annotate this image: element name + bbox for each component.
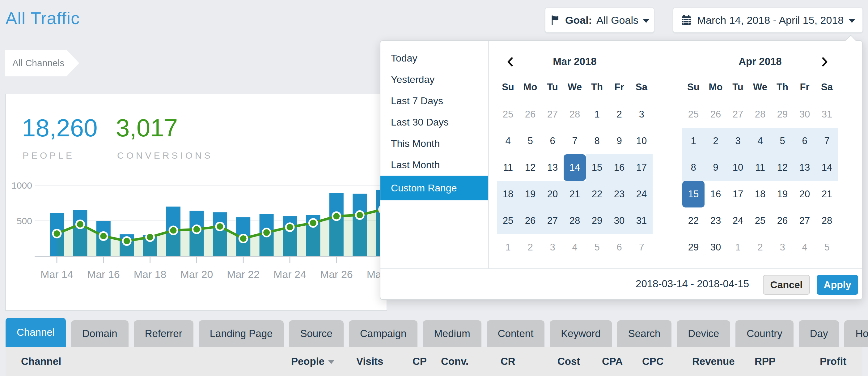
day-cell[interactable]: 25 <box>749 207 771 234</box>
day-cell[interactable]: 22 <box>586 181 608 207</box>
line-point-mar-21[interactable] <box>216 222 224 230</box>
column-header-cpa[interactable]: CPA <box>602 347 623 376</box>
day-cell[interactable]: 18 <box>497 181 519 207</box>
day-cell[interactable]: 4 <box>794 234 816 261</box>
day-cell[interactable]: 29 <box>682 234 705 261</box>
line-point-mar-24[interactable] <box>286 223 294 231</box>
day-cell[interactable]: 7 <box>816 128 838 154</box>
day-cell[interactable]: 19 <box>771 181 794 207</box>
preset-last-7-days[interactable]: Last 7 Days <box>380 90 488 112</box>
column-header-cr[interactable]: CR <box>501 347 516 376</box>
column-header-cost[interactable]: Cost <box>557 347 580 376</box>
tab-referrer[interactable]: Referrer <box>134 320 193 347</box>
line-point-mar-16[interactable] <box>99 232 107 240</box>
preset-today[interactable]: Today <box>380 48 488 69</box>
day-cell[interactable]: 4 <box>564 234 586 261</box>
line-point-mar-20[interactable] <box>192 225 200 233</box>
day-cell[interactable]: 6 <box>608 234 630 261</box>
column-header-visits[interactable]: Visits <box>356 347 383 376</box>
tab-country[interactable]: Country <box>736 320 794 347</box>
day-cell[interactable]: 28 <box>816 207 838 234</box>
day-cell[interactable]: 21 <box>816 181 838 207</box>
day-cell[interactable]: 24 <box>727 207 749 234</box>
day-cell[interactable]: 28 <box>749 101 771 128</box>
line-point-mar-27[interactable] <box>356 211 364 219</box>
day-cell[interactable]: 29 <box>771 101 794 128</box>
day-cell[interactable]: 24 <box>630 181 653 207</box>
day-cell[interactable]: 3 <box>771 234 794 261</box>
line-point-mar-15[interactable] <box>76 221 84 229</box>
day-cell[interactable]: 15 <box>586 154 608 181</box>
day-cell[interactable]: 9 <box>608 128 630 154</box>
preset-custom-range[interactable]: Custom Range <box>380 176 488 200</box>
tab-search[interactable]: Search <box>617 320 672 347</box>
day-cell[interactable]: 20 <box>541 181 564 207</box>
column-header-cpc[interactable]: CPC <box>642 347 664 376</box>
day-cell[interactable]: 23 <box>608 181 630 207</box>
day-cell[interactable]: 17 <box>630 154 653 181</box>
day-cell[interactable]: 30 <box>705 234 727 261</box>
line-point-mar-18[interactable] <box>146 233 154 241</box>
day-cell[interactable]: 17 <box>727 181 749 207</box>
day-cell[interactable]: 7 <box>564 128 586 154</box>
day-cell[interactable]: 1 <box>727 234 749 261</box>
tab-campaign[interactable]: Campaign <box>349 320 417 347</box>
day-cell[interactable]: 12 <box>519 154 541 181</box>
day-cell-selected[interactable]: 15 <box>682 181 705 207</box>
preset-this-month[interactable]: This Month <box>380 133 488 154</box>
tab-medium[interactable]: Medium <box>423 320 481 347</box>
day-cell[interactable]: 26 <box>519 207 541 234</box>
day-cell[interactable]: 8 <box>682 154 705 181</box>
day-cell[interactable]: 28 <box>564 101 586 128</box>
day-cell[interactable]: 8 <box>586 128 608 154</box>
day-cell[interactable]: 14 <box>816 154 838 181</box>
cancel-button[interactable]: Cancel <box>763 275 810 295</box>
column-header-conv-[interactable]: Conv. <box>441 347 468 376</box>
day-cell[interactable]: 2 <box>705 128 727 154</box>
day-cell[interactable]: 5 <box>586 234 608 261</box>
date-range-button[interactable]: March 14, 2018 - April 15, 2018 <box>673 7 863 33</box>
tab-day[interactable]: Day <box>799 320 839 347</box>
preset-last-month[interactable]: Last Month <box>380 154 488 176</box>
day-cell[interactable]: 13 <box>794 154 816 181</box>
day-cell[interactable]: 3 <box>630 101 653 128</box>
day-cell[interactable]: 4 <box>497 128 519 154</box>
apply-button[interactable]: Apply <box>817 275 858 295</box>
day-cell[interactable]: 20 <box>794 181 816 207</box>
day-cell[interactable]: 23 <box>705 207 727 234</box>
tab-device[interactable]: Device <box>677 320 730 347</box>
column-header-rpp[interactable]: RPP <box>754 347 776 376</box>
line-point-mar-23[interactable] <box>262 229 271 236</box>
day-cell[interactable]: 21 <box>564 181 586 207</box>
day-cell[interactable]: 27 <box>794 207 816 234</box>
line-point-mar-14[interactable] <box>53 229 61 237</box>
column-header-revenue[interactable]: Revenue <box>692 347 735 376</box>
line-point-mar-22[interactable] <box>239 235 247 243</box>
day-cell[interactable]: 4 <box>749 128 771 154</box>
goal-dropdown-button[interactable]: Goal: All Goals <box>545 7 654 33</box>
day-cell[interactable]: 11 <box>749 154 771 181</box>
day-cell[interactable]: 27 <box>541 207 564 234</box>
tab-source[interactable]: Source <box>289 320 344 347</box>
day-cell[interactable]: 6 <box>541 128 564 154</box>
day-cell[interactable]: 18 <box>749 181 771 207</box>
day-cell[interactable]: 5 <box>519 128 541 154</box>
day-cell[interactable]: 27 <box>727 101 749 128</box>
day-cell[interactable]: 13 <box>541 154 564 181</box>
day-cell[interactable]: 7 <box>630 234 653 261</box>
day-cell[interactable]: 5 <box>816 234 838 261</box>
tab-domain[interactable]: Domain <box>71 320 128 347</box>
line-point-mar-26[interactable] <box>333 212 341 220</box>
day-cell[interactable]: 3 <box>541 234 564 261</box>
line-point-mar-17[interactable] <box>123 237 131 245</box>
day-cell[interactable]: 30 <box>794 101 816 128</box>
day-cell[interactable]: 9 <box>705 154 727 181</box>
day-cell[interactable]: 12 <box>771 154 794 181</box>
line-point-mar-25[interactable] <box>309 219 317 227</box>
column-header-channel[interactable]: Channel <box>21 347 61 376</box>
day-cell-selected[interactable]: 14 <box>564 154 586 181</box>
day-cell[interactable]: 26 <box>519 101 541 128</box>
day-cell[interactable]: 25 <box>497 101 519 128</box>
preset-last-30-days[interactable]: Last 30 Days <box>380 112 488 133</box>
tab-keyword[interactable]: Keyword <box>550 320 612 347</box>
